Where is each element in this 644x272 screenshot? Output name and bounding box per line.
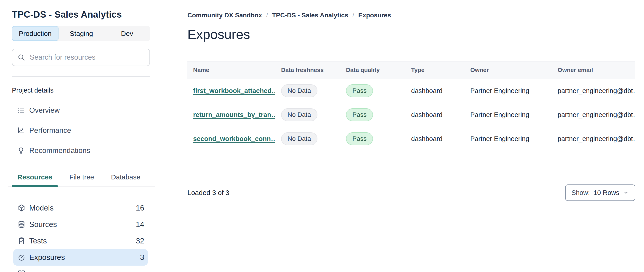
owner-email-cell: partner_engineering@dbt… xyxy=(552,111,635,119)
project-details-label: Project details xyxy=(12,86,169,94)
sidebar: TPC-DS - Sales Analytics Production Stag… xyxy=(0,0,169,272)
resource-label: Tests xyxy=(29,236,47,245)
column-header-owner: Owner xyxy=(464,66,552,74)
chevron-down-icon xyxy=(623,190,629,196)
search-input[interactable] xyxy=(30,53,144,62)
column-header-data-quality: Data quality xyxy=(340,66,406,74)
resource-list: Models 16 Sources 14 Tests xyxy=(13,200,148,272)
explorer-tabs: Resources File tree Database xyxy=(8,172,155,186)
column-header-name: Name xyxy=(188,66,276,74)
quality-badge: Pass xyxy=(346,132,373,145)
sidebar-item-recommendations[interactable]: Recommendations xyxy=(12,140,169,160)
breadcrumb-separator: / xyxy=(352,12,354,19)
tests-clipboard-icon xyxy=(17,237,26,245)
recommendations-bulb-icon xyxy=(17,146,25,154)
sidebar-item-overview[interactable]: Overview xyxy=(12,100,169,120)
page-title: Exposures xyxy=(188,26,633,42)
show-label: Show: xyxy=(572,189,590,196)
owner-email-cell: partner_engineering@dbt… xyxy=(552,135,635,143)
sidebar-item-performance[interactable]: Performance xyxy=(12,120,169,140)
overview-list-icon xyxy=(17,106,25,114)
resource-count: 14 xyxy=(136,220,144,229)
breadcrumb-current: Exposures xyxy=(358,12,391,19)
project-details-nav: Overview Performance Recommendations xyxy=(12,100,169,160)
env-tab-production[interactable]: Production xyxy=(12,26,58,41)
quality-badge: Pass xyxy=(346,108,373,121)
tab-file-tree[interactable]: File tree xyxy=(64,172,100,186)
sidebar-item-label: Recommendations xyxy=(29,146,90,155)
owner-cell: Partner Engineering xyxy=(464,135,552,143)
column-header-data-freshness: Data freshness xyxy=(276,66,340,74)
table-row[interactable]: second_workbook_conn… No Data Pass dashb… xyxy=(188,127,635,151)
sidebar-item-partial[interactable] xyxy=(13,266,148,272)
rows-per-page-value: 10 Rows xyxy=(594,189,619,196)
breadcrumb-project[interactable]: TPC-DS - Sales Analytics xyxy=(272,12,348,19)
tab-database[interactable]: Database xyxy=(106,172,146,186)
sidebar-item-label: Performance xyxy=(29,126,71,135)
sidebar-item-models[interactable]: Models 16 xyxy=(13,200,148,216)
column-header-type: Type xyxy=(406,66,464,74)
freshness-badge: No Data xyxy=(281,84,318,97)
resource-count: 32 xyxy=(136,236,144,245)
search-icon xyxy=(17,54,25,61)
exposure-name-link[interactable]: first_workbook_attached… xyxy=(193,87,276,94)
table-row[interactable]: first_workbook_attached… No Data Pass da… xyxy=(188,79,635,103)
sidebar-item-sources[interactable]: Sources 14 xyxy=(13,216,148,233)
quality-badge: Pass xyxy=(346,84,373,97)
owner-email-cell: partner_engineering@dbt… xyxy=(552,87,635,95)
rows-per-page-dropdown[interactable]: Show: 10 Rows xyxy=(565,184,635,201)
sidebar-divider xyxy=(12,76,150,77)
dbt-explorer-screen: TPC-DS - Sales Analytics Production Stag… xyxy=(0,0,644,272)
loaded-status: Loaded 3 of 3 xyxy=(188,189,230,196)
models-cube-icon xyxy=(17,204,26,212)
sidebar-item-tests[interactable]: Tests 32 xyxy=(13,233,148,249)
owner-cell: Partner Engineering xyxy=(464,111,552,119)
table-header-row: Name Data freshness Data quality Type Ow… xyxy=(188,61,635,79)
tab-resources[interactable]: Resources xyxy=(12,172,58,186)
project-title: TPC-DS - Sales Analytics xyxy=(12,9,169,20)
resource-label: Sources xyxy=(29,220,57,229)
performance-chart-icon xyxy=(17,126,25,134)
exposure-name-link[interactable]: second_workbook_conn… xyxy=(193,135,276,142)
breadcrumb-separator: / xyxy=(266,12,268,19)
exposure-name-link[interactable]: return_amounts_by_tran… xyxy=(193,111,276,118)
env-tab-dev[interactable]: Dev xyxy=(104,26,150,41)
exposures-table: Name Data freshness Data quality Type Ow… xyxy=(188,61,635,151)
owner-cell: Partner Engineering xyxy=(464,87,552,95)
sources-database-icon xyxy=(17,220,26,228)
breadcrumb: Community DX Sandbox / TPC-DS - Sales An… xyxy=(188,12,633,19)
breadcrumb-account[interactable]: Community DX Sandbox xyxy=(188,12,262,19)
resource-count: 3 xyxy=(140,253,144,262)
environment-switcher: Production Staging Dev xyxy=(12,26,150,41)
table-footer: Loaded 3 of 3 Show: 10 Rows xyxy=(188,184,635,201)
type-cell: dashboard xyxy=(406,135,464,143)
table-row[interactable]: return_amounts_by_tran… No Data Pass das… xyxy=(188,103,635,127)
freshness-badge: No Data xyxy=(281,132,318,145)
exposures-gauge-icon xyxy=(17,253,26,262)
resource-count: 16 xyxy=(136,204,144,212)
resource-label: Models xyxy=(29,204,54,212)
freshness-badge: No Data xyxy=(281,108,318,121)
type-cell: dashboard xyxy=(406,111,464,119)
column-header-owner-email: Owner email xyxy=(552,66,635,74)
sidebar-item-label: Overview xyxy=(29,106,60,114)
sidebar-item-exposures[interactable]: Exposures 3 xyxy=(13,249,148,266)
resource-label: Exposures xyxy=(29,253,65,262)
grid-icon xyxy=(17,270,26,272)
env-tab-staging[interactable]: Staging xyxy=(58,26,104,41)
type-cell: dashboard xyxy=(406,87,464,95)
main-content: Community DX Sandbox / TPC-DS - Sales An… xyxy=(170,0,644,272)
resource-search[interactable] xyxy=(12,49,150,66)
